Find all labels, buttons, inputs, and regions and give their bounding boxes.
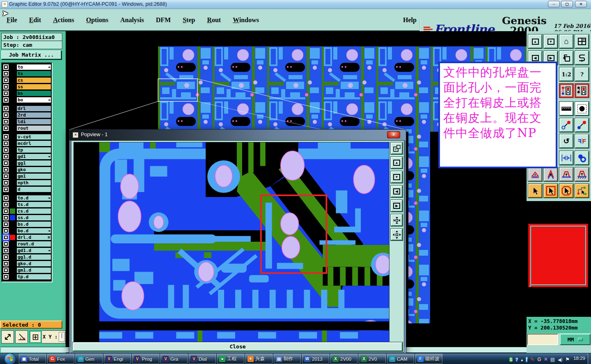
snap-filled-button[interactable] (575, 118, 589, 132)
layer-row-v-cut[interactable]: v-cut (2, 134, 52, 140)
popview-canvas[interactable] (73, 142, 389, 342)
layer-visibility-checkbox[interactable] (3, 160, 9, 166)
layer-row-rout.d[interactable]: rout.d (2, 241, 52, 247)
taskbar-item-2013[interactable]: W2013 (302, 354, 329, 364)
layer-row-bs[interactable]: bs (2, 90, 52, 97)
layer-visibility-checkbox[interactable] (3, 174, 9, 179)
layer-visibility-checkbox[interactable] (3, 235, 9, 240)
layer-row-gg1[interactable]: gg1 (2, 160, 52, 167)
menu-item-help[interactable]: Help (403, 9, 417, 31)
taskbar-item-2V00[interactable]: X2V00 (330, 354, 357, 364)
layer-name-label[interactable]: ss.d (16, 215, 51, 221)
layer-row-tp.d[interactable]: tp.d (2, 274, 52, 280)
popview-close-button[interactable]: Close (73, 342, 403, 351)
layer-visibility-checkbox[interactable] (3, 261, 9, 266)
pad-filter-button[interactable] (575, 102, 589, 116)
taskbar-item-兴森[interactable]: ✶兴森 (245, 354, 273, 364)
layer-name-label[interactable]: cs.d (16, 208, 51, 214)
profile-a-button[interactable] (528, 167, 542, 181)
layer-visibility-checkbox[interactable] (3, 119, 9, 124)
taskbar-item-Engi[interactable]: VEngi (104, 354, 131, 364)
layer-name-label[interactable]: gm1 (16, 173, 51, 179)
layer-name-label[interactable]: ldi (16, 119, 51, 125)
pad-select-b-button[interactable] (575, 84, 589, 98)
layer-name-label[interactable]: gko.d (16, 261, 51, 267)
maximize-button[interactable]: ▢ (561, 1, 573, 7)
layer-row-rout[interactable]: rout (2, 125, 52, 132)
layer-name-label[interactable]: drl.d⊞ (16, 234, 51, 240)
layer-visibility-checkbox[interactable] (3, 268, 9, 273)
layer-row-npth[interactable]: npth (2, 180, 52, 186)
window-titlebar[interactable]: ✕ Graphic Editor 9.07b2 (00@HY-HYCAM-PC0… (0, 0, 591, 9)
mirror-view-button[interactable]: FF (575, 134, 589, 148)
start-button[interactable] (4, 353, 16, 364)
layer-name-label[interactable]: drl (16, 105, 51, 112)
profile-c-button[interactable] (559, 167, 573, 181)
layer-name-label[interactable]: npth (16, 180, 51, 186)
menu-item-options[interactable]: Options (86, 16, 108, 24)
taskbar-item-CAM[interactable]: ☉CAM (387, 354, 414, 364)
resize-diagonal-button[interactable] (1, 330, 14, 343)
measure-angle-button[interactable] (15, 330, 28, 343)
taskbar-item-2V0[interactable]: X2V0 (359, 354, 386, 364)
ruler-measure-button[interactable] (559, 102, 573, 116)
home-view-button[interactable]: ⌂ (559, 34, 573, 48)
layer-name-label[interactable]: gg1 (16, 160, 51, 166)
layer-row-gg1.d[interactable]: gg1.d (2, 254, 52, 261)
layer-visibility-checkbox[interactable] (3, 154, 9, 159)
profile-b-button[interactable] (544, 167, 558, 181)
menu-item-rout[interactable]: Rout (207, 16, 221, 24)
tray-xmark-icon[interactable]: × (544, 355, 547, 363)
layer-row-gm1[interactable]: gm1 (2, 173, 52, 180)
layer-visibility-checkbox[interactable] (3, 274, 9, 279)
layer-name-label[interactable]: tp.d (16, 274, 51, 280)
dimension-tool-button[interactable] (559, 151, 573, 165)
layer-visibility-checkbox[interactable] (3, 71, 9, 76)
taskbar-item-Gra[interactable]: VGra (160, 354, 188, 364)
layer-color-swatch[interactable] (10, 235, 15, 240)
layer-row-gm1.d[interactable]: gm1.d (2, 267, 52, 274)
overview-viewport[interactable]: × (528, 224, 588, 287)
prev-view-button[interactable] (575, 51, 589, 65)
snap-open-button[interactable] (559, 118, 573, 132)
layer-visibility-checkbox[interactable] (3, 141, 9, 146)
taskbar-item-Gen[interactable]: ☉Gen (76, 354, 103, 364)
tray-flag-icon[interactable]: ⚑ (565, 355, 570, 363)
layer-visibility-checkbox[interactable] (3, 64, 9, 70)
layer-row-cs.d[interactable]: cs.d (2, 208, 52, 215)
layer-name-label[interactable]: gd1◄ (16, 153, 51, 160)
taskbar-item-Prog[interactable]: VProg (132, 354, 159, 364)
select-poly-button[interactable] (559, 184, 573, 198)
layer-visibility-checkbox[interactable] (3, 180, 9, 185)
taskbar-item-Dial[interactable]: VDial (189, 354, 216, 364)
layer-name-label[interactable]: ts.d (16, 201, 51, 208)
layer-row-to[interactable]: to◄ (2, 64, 52, 71)
layer-row-d[interactable]: d (2, 186, 52, 193)
layer-visibility-checkbox[interactable] (3, 147, 9, 153)
menu-item-edit[interactable]: Edit (29, 16, 41, 24)
job-matrix-button[interactable]: Job Matrix ... (1, 50, 62, 60)
layer-name-label[interactable]: gm1.d (16, 267, 51, 273)
layer-visibility-checkbox[interactable] (3, 126, 9, 131)
select-arrow-button[interactable] (528, 184, 542, 198)
menu-item-analysis[interactable]: Analysis (120, 16, 144, 24)
shape-copy-button[interactable] (575, 151, 589, 165)
layer-color-swatch[interactable] (10, 208, 15, 214)
layer-visibility-checkbox[interactable] (3, 106, 9, 111)
tray-expand-icon[interactable]: ▴ (521, 355, 523, 363)
layer-visibility-checkbox[interactable] (3, 248, 9, 253)
layer-row-tp[interactable]: tp (2, 147, 52, 153)
layer-name-label[interactable]: mcdrl (16, 140, 51, 147)
popview-fit-out-button[interactable] (391, 229, 403, 240)
layer-name-label[interactable]: gko (16, 167, 51, 173)
layer-visibility-checkbox[interactable] (3, 187, 9, 192)
layer-name-label[interactable]: ts (16, 71, 51, 77)
layer-name-label[interactable]: 2rd (16, 112, 51, 118)
tray-keyboard-icon[interactable]: ▤ (550, 355, 555, 363)
layer-name-label[interactable]: ss (16, 84, 51, 90)
layer-row-bo[interactable]: bo◄ (2, 97, 52, 103)
layer-name-label[interactable]: tp (16, 147, 51, 153)
popview-fit-in-button[interactable] (391, 214, 403, 226)
menu-item-actions[interactable]: Actions (53, 16, 74, 24)
layer-visibility-checkbox[interactable] (3, 112, 9, 118)
